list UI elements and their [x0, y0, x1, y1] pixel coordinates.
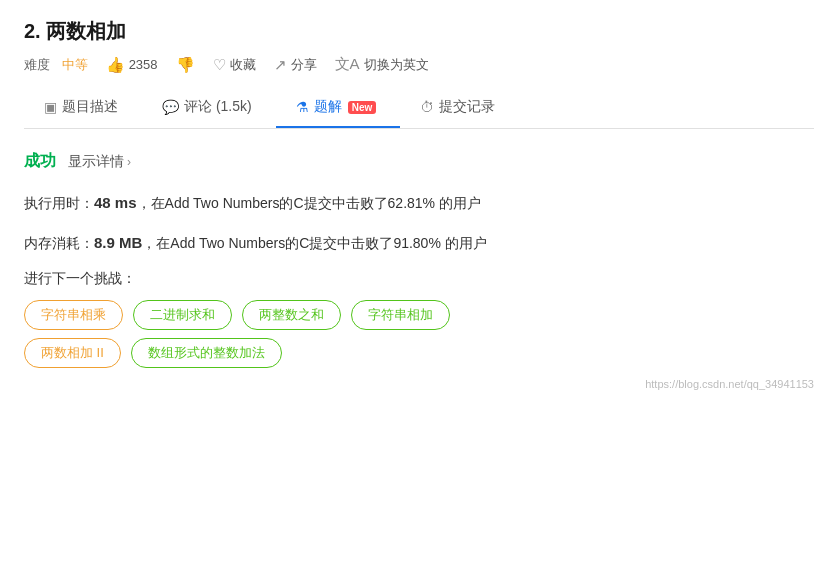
show-detail-label: 显示详情	[68, 153, 124, 171]
challenge-tags-row-1: 字符串相乘 二进制求和 两整数之和 字符串相加	[24, 300, 814, 330]
memory-stat: 内存消耗：8.9 MB，在Add Two Numbers的C提交中击败了91.8…	[24, 230, 814, 256]
page-title: 2. 两数相加	[24, 18, 814, 45]
memory-prefix: 内存消耗：	[24, 235, 94, 251]
exec-time-value: 48 ms	[94, 194, 137, 211]
collect-item[interactable]: ♡ 收藏	[213, 56, 256, 74]
exec-time-suffix: ，在Add Two Numbers的C提交中击败了62.81% 的用户	[137, 195, 481, 211]
tab-solutions[interactable]: ⚗ 题解 New	[276, 88, 401, 128]
tag-two-int-sum-label: 两整数之和	[259, 306, 324, 324]
memory-value: 8.9 MB	[94, 234, 142, 251]
tab-comments[interactable]: 💬 评论 (1.5k)	[142, 88, 276, 128]
dislikes-item[interactable]: 👎	[176, 56, 195, 74]
new-badge: New	[348, 101, 377, 114]
heart-icon: ♡	[213, 56, 226, 74]
tab-bar: ▣ 题目描述 💬 评论 (1.5k) ⚗ 题解 New ⏱ 提交记录	[24, 88, 814, 129]
tag-two-num-add-2[interactable]: 两数相加 II	[24, 338, 121, 368]
tag-string-multiply-label: 字符串相乘	[41, 306, 106, 324]
submissions-icon: ⏱	[420, 99, 434, 115]
likes-item[interactable]: 👍 2358	[106, 56, 158, 74]
detail-arrow-icon: ›	[127, 155, 131, 169]
tab-submissions[interactable]: ⏱ 提交记录	[400, 88, 519, 128]
tab-solutions-label: 题解	[314, 98, 342, 116]
description-icon: ▣	[44, 99, 57, 115]
result-section: 成功 显示详情 › 执行用时：48 ms，在Add Two Numbers的C提…	[24, 151, 814, 256]
likes-count: 2358	[129, 57, 158, 72]
exec-time-stat: 执行用时：48 ms，在Add Two Numbers的C提交中击败了62.81…	[24, 190, 814, 216]
switch-lang-item[interactable]: 文A 切换为英文	[335, 55, 429, 74]
result-header: 成功 显示详情 ›	[24, 151, 814, 172]
tab-description-label: 题目描述	[62, 98, 118, 116]
tab-description[interactable]: ▣ 题目描述	[24, 88, 142, 128]
share-icon: ↗	[274, 56, 287, 74]
watermark: https://blog.csdn.net/qq_34941153	[24, 378, 814, 390]
difficulty-label: 难度	[24, 56, 50, 74]
collect-label: 收藏	[230, 56, 256, 74]
challenge-tags-row-2: 两数相加 II 数组形式的整数加法	[24, 338, 814, 368]
thumbs-up-icon: 👍	[106, 56, 125, 74]
tag-array-int-add-label: 数组形式的整数加法	[148, 344, 265, 362]
comments-icon: 💬	[162, 99, 179, 115]
tab-comments-label: 评论 (1.5k)	[184, 98, 252, 116]
share-label: 分享	[291, 56, 317, 74]
difficulty-item: 难度 中等	[24, 56, 88, 74]
result-status: 成功	[24, 151, 56, 172]
tag-binary-sum-label: 二进制求和	[150, 306, 215, 324]
tab-submissions-label: 提交记录	[439, 98, 495, 116]
challenge-label: 进行下一个挑战：	[24, 270, 814, 288]
exec-time-prefix: 执行用时：	[24, 195, 94, 211]
tag-two-num-add-2-label: 两数相加 II	[41, 344, 104, 362]
tag-two-int-sum[interactable]: 两整数之和	[242, 300, 341, 330]
solutions-icon: ⚗	[296, 99, 309, 115]
translate-icon: 文A	[335, 55, 360, 74]
meta-bar: 难度 中等 👍 2358 👎 ♡ 收藏 ↗ 分享 文A 切换为英文	[24, 55, 814, 74]
difficulty-value: 中等	[62, 56, 88, 74]
tag-binary-sum[interactable]: 二进制求和	[133, 300, 232, 330]
switch-lang-label: 切换为英文	[364, 56, 429, 74]
thumbs-down-icon: 👎	[176, 56, 195, 74]
show-detail-button[interactable]: 显示详情 ›	[68, 153, 131, 171]
memory-suffix: ，在Add Two Numbers的C提交中击败了91.80% 的用户	[142, 235, 486, 251]
tag-array-int-add[interactable]: 数组形式的整数加法	[131, 338, 282, 368]
share-item[interactable]: ↗ 分享	[274, 56, 317, 74]
tag-string-add-label: 字符串相加	[368, 306, 433, 324]
tag-string-multiply[interactable]: 字符串相乘	[24, 300, 123, 330]
page-container: 2. 两数相加 难度 中等 👍 2358 👎 ♡ 收藏 ↗ 分享 文A 切换为英…	[0, 0, 838, 568]
tag-string-add[interactable]: 字符串相加	[351, 300, 450, 330]
